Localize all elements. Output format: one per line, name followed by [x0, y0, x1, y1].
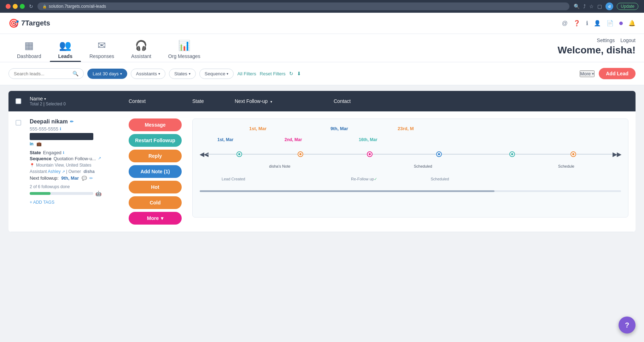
- linkedin-icon[interactable]: in: [30, 141, 34, 146]
- followup-header-label: Next Follow-up: [235, 98, 268, 104]
- select-all-checkbox[interactable]: [16, 98, 21, 104]
- user-icon[interactable]: 👤: [594, 20, 601, 27]
- edit-followup-icon[interactable]: ✏: [89, 176, 93, 181]
- restart-followup-button[interactable]: Restart Followup: [129, 134, 182, 147]
- search-box[interactable]: 🔍: [8, 68, 84, 79]
- cold-button[interactable]: Cold: [129, 196, 182, 209]
- add-note-button[interactable]: Add Note (1): [129, 165, 182, 178]
- more-chevron-down-icon: ▾: [161, 215, 163, 221]
- timeline-node-1[interactable]: [236, 151, 242, 157]
- briefcase-icon[interactable]: 💼: [36, 141, 42, 146]
- search-browser-icon[interactable]: 🔍: [574, 4, 580, 9]
- browser-controls: [6, 4, 25, 9]
- node-label-refollow: Re-Follow up✓: [351, 177, 377, 181]
- download-icon[interactable]: ⬇: [297, 71, 301, 76]
- settings-link[interactable]: Settings: [597, 37, 615, 43]
- external-link-icon[interactable]: ↗: [98, 156, 101, 161]
- nav-item-assistant[interactable]: 🎧 Assistant: [123, 34, 160, 62]
- logo[interactable]: 🎯 7Targets: [8, 18, 50, 28]
- date-filter-button[interactable]: Last 30 days ▾: [87, 69, 127, 79]
- search-icon: 🔍: [72, 71, 78, 76]
- contact-header-label: Contact: [334, 98, 351, 104]
- timeline-node-3[interactable]: [367, 151, 373, 157]
- minimize-btn[interactable]: [13, 4, 18, 9]
- timeline-container: 1st, Mar 9th, Mar 23rd, M 1st, Mar 2nd, …: [192, 118, 628, 218]
- header-context-col: Context: [129, 98, 192, 104]
- hot-button[interactable]: Hot: [129, 181, 182, 193]
- document-icon[interactable]: 📄: [607, 20, 614, 27]
- timeline-track: [207, 154, 614, 155]
- owner-label: Owner: [69, 169, 81, 174]
- edit-lead-icon[interactable]: ✏: [70, 119, 74, 124]
- timeline-date-16th-mid: 16th, Mar: [359, 137, 377, 142]
- lead-name-text[interactable]: Deepali nikam: [30, 118, 68, 125]
- assistant-link[interactable]: Ashley: [48, 169, 60, 174]
- notification-bell[interactable]: 🔔: [628, 20, 636, 27]
- timeline-node-4[interactable]: [436, 151, 442, 157]
- update-button[interactable]: Update: [617, 3, 638, 10]
- nav-item-dashboard[interactable]: ▦ Dashboard: [8, 34, 50, 62]
- assistants-filter-button[interactable]: Assistants ▾: [131, 69, 165, 79]
- purple-dot-icon[interactable]: [619, 20, 623, 27]
- window-icon[interactable]: ▢: [597, 4, 602, 9]
- nav-item-responses[interactable]: ✉ Responses: [81, 34, 123, 62]
- nav-item-org-messages[interactable]: 📊 Org Messages: [160, 34, 209, 62]
- date-filter-label: Last 30 days: [93, 71, 119, 76]
- state-label: State: [30, 150, 41, 155]
- followup-done-text: 2 of 6 followups done: [30, 184, 70, 189]
- url-bar[interactable]: 🔒 solution.7targets.com/all-leads: [37, 2, 569, 10]
- reply-button[interactable]: Reply: [129, 150, 182, 162]
- info-icon[interactable]: ℹ: [586, 20, 588, 27]
- sequence-value: Quotation Follow-u...: [53, 156, 96, 161]
- state-info-icon[interactable]: ℹ: [63, 151, 64, 155]
- chevron-down-icon-2: ▾: [158, 72, 160, 76]
- maximize-btn[interactable]: [20, 4, 25, 9]
- email-icon[interactable]: @: [562, 20, 568, 27]
- whatsapp-icon[interactable]: 💬: [82, 176, 87, 181]
- history-icon[interactable]: ⤴: [583, 4, 586, 9]
- all-filters-link[interactable]: All Filters: [237, 71, 256, 76]
- reset-filters-link[interactable]: Reset Filters: [260, 71, 286, 76]
- refresh-icon[interactable]: ↻: [29, 4, 33, 9]
- state-value-text: Engaged: [43, 150, 62, 155]
- timeline-date-9th-top: 9th, Mar: [330, 126, 348, 131]
- progress-bar-background: [30, 192, 93, 195]
- assistant-external-icon[interactable]: ↗: [62, 169, 65, 174]
- state-value: Engaged ℹ: [43, 150, 64, 155]
- help-circle-icon[interactable]: ❓: [573, 20, 580, 27]
- sequence-filter-button[interactable]: Sequence ▾: [199, 69, 234, 79]
- assistants-filter-label: Assistants: [136, 71, 157, 76]
- timeline-scrollbar[interactable]: [200, 190, 494, 192]
- logout-link[interactable]: Logout: [620, 37, 636, 43]
- followup-sort-icon[interactable]: ▾: [270, 100, 272, 104]
- org-messages-icon: 📊: [178, 40, 191, 51]
- close-btn[interactable]: [6, 4, 11, 9]
- star-icon[interactable]: ☆: [589, 4, 594, 9]
- more-actions-button[interactable]: More ▾: [129, 212, 182, 225]
- timeline-node-5[interactable]: [509, 151, 515, 157]
- header-icons: @ ❓ ℹ 👤 📄 🔔: [562, 20, 636, 27]
- header-followup-col: Next Follow-up ▾: [235, 98, 334, 104]
- nav-item-leads[interactable]: 👥 Leads: [50, 34, 81, 62]
- progress-bar-fill: [30, 192, 51, 195]
- name-header-label[interactable]: Name: [30, 96, 43, 102]
- timeline-next-button[interactable]: ▶▶: [613, 151, 621, 158]
- lead-email-bar: [30, 133, 93, 140]
- timeline-node-6[interactable]: [570, 151, 576, 157]
- search-input[interactable]: [14, 71, 70, 76]
- add-tags-link[interactable]: + ADD TAGS: [30, 200, 122, 205]
- refresh-filters-icon[interactable]: ↻: [289, 71, 293, 76]
- more-button[interactable]: More ▾: [580, 70, 595, 77]
- lead-checkbox[interactable]: [16, 120, 21, 126]
- states-filter-button[interactable]: States ▾: [169, 69, 196, 79]
- lead-row: Deepali nikam ✏ 555-555-5555 ℹ in 💼 Stat…: [8, 111, 636, 232]
- leads-table-container: Name ▾ Total 2 | Selected 0 Context Stat…: [8, 91, 636, 232]
- dashboard-icon: ▦: [24, 40, 34, 51]
- message-button[interactable]: Message: [129, 118, 182, 131]
- followup-date: 9th, Mar: [61, 175, 79, 181]
- user-avatar-browser[interactable]: d: [605, 2, 613, 10]
- timeline-node-2[interactable]: [298, 151, 303, 157]
- add-lead-button[interactable]: Add Lead: [599, 68, 636, 79]
- url-text: solution.7targets.com/all-leads: [49, 4, 106, 9]
- name-sort-icon[interactable]: ▾: [44, 97, 46, 101]
